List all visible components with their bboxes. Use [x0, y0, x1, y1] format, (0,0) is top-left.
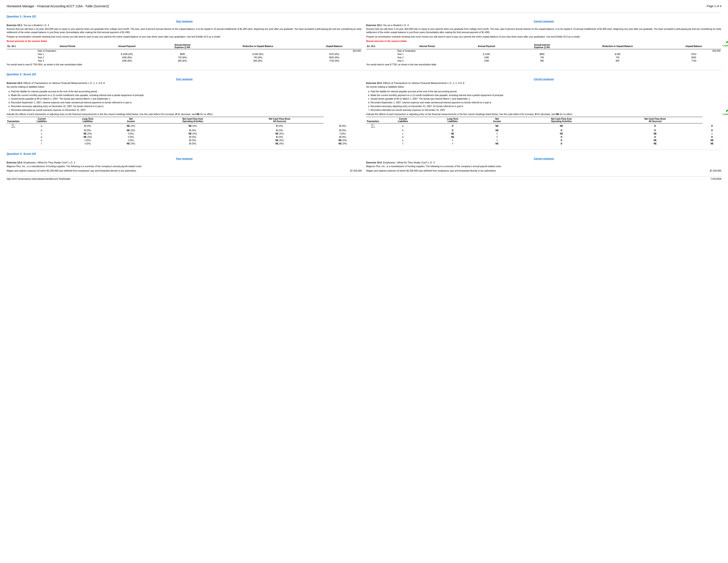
table-row: f. I NE D NE NE: [366, 142, 721, 145]
question-1-heading: Question 1: Score 2/2: [7, 15, 721, 18]
table-row: f. I (3%) NE (3%) D (3%) NE (3%) NE (3%): [7, 142, 362, 145]
wage-value-correct: $7,200,000: [710, 169, 721, 172]
exercise-3-body: Magnum Plus, Inc., is a manufacturer of …: [7, 165, 362, 168]
question-1-your-response: Your response Exercise 10.1: You as a St…: [7, 20, 362, 66]
question-3-section: Question 3: Score 2/2 Your response Exer…: [7, 150, 721, 172]
page-number: Page 1 of 4: [707, 4, 722, 8]
exercise-3-correct-body: Magnum Plus, Inc., is a manufacturer of …: [366, 165, 721, 168]
question-1-columns: Your response Exercise 10.1: You as a St…: [7, 20, 721, 66]
indicate-text-your: Indicate the effects of each transaction…: [7, 113, 362, 116]
table-row: c. NE (3%) I (3%) NE (3%) NE (3%) I (3%): [7, 132, 362, 135]
footer-date: 7/25/2008: [711, 177, 721, 180]
table-row: d. NE (3%) I (3%) D (3%) D (3%) D (3%): [7, 135, 362, 139]
footnote-correct: You would need to save $ 7760, as shown …: [366, 63, 721, 66]
amort-table-correct: Ex. 10.1 Interest Period Annual Payment …: [366, 43, 721, 62]
list-item: Recorded estimated six-month warranty ex…: [371, 108, 721, 112]
footer-url: http://mh7.brownstone.net/modules/viewRe…: [7, 177, 70, 180]
table-row: Year 1 $ 1490 $800 $ 690 9310: [366, 53, 721, 56]
exercise-1-prepare: Prepare an amortization schedule showing…: [7, 35, 362, 38]
correct-badge-q2: ✓ CORRECT: [723, 107, 728, 115]
question-1-section: Question 1: Score 2/2 Your response Exer…: [7, 12, 721, 66]
list-item: Recorded necessary adjusting entry on De…: [11, 105, 362, 108]
question-2-section: Question 2: Score 2/2 Your response Exer…: [7, 70, 721, 145]
exercise-3-label: Exercise 10.4: Employees—What Do They Re…: [7, 161, 362, 164]
trans-table-correct: Transaction CurrentLiabilities Long-Term…: [366, 117, 721, 145]
table-row: Date of Graduation $10,000: [7, 49, 362, 53]
table-row: Year 2 1490 (8%) 745 (8%) 745 (8%) 8565 …: [7, 56, 362, 59]
list-item: Issued bonds payable at 98 on March 1, 2…: [371, 97, 721, 101]
table-row: Year 2 1490 745 745 8565: [366, 56, 721, 59]
question-2-columns: Your response Exercise 10.3: Effects of …: [7, 78, 721, 145]
exercise-1-correct-body: Assume that you will have a 10-year, $10…: [366, 27, 721, 34]
event-list-correct: Paid the liability for interest payable …: [371, 90, 721, 112]
list-item: Issued bonds payable at 98 on March 1, 2…: [11, 97, 362, 101]
checkmark-icon-2: ✓: [723, 107, 728, 113]
exercise-2-correct-intro: Six events relating to liabilities follo…: [366, 85, 721, 88]
exercise-1-label: Exercise 10.1: You as a Student L.O. 4: [7, 24, 362, 26]
table-row: Ex.10.3 a. D (3%) NE (3%) NE (3%) D (3%)…: [7, 123, 362, 129]
footnote-your: You would need to save $ 7760 (8%), as s…: [7, 63, 362, 66]
q3-your-header: Your response: [7, 157, 362, 160]
table-row: Year 3 1490 (8%) 685 (8%) 805 (8%) 7760 …: [7, 59, 362, 62]
list-item: Made the current monthly payment on a 12…: [11, 94, 362, 97]
q2-correct-header: Correct response: [366, 78, 721, 80]
correct-badge-q1: ✓ CORRECT: [723, 39, 728, 47]
page-title: Homework Manager - Financial Accounting …: [7, 4, 109, 8]
exercise-1-body: Assume that you will have a 10-year, $10…: [7, 27, 362, 34]
event-list-your: Paid the liability for interest payable …: [11, 90, 362, 112]
amort-table-your: Ex. 10.1 Interest Period Annual Payment …: [7, 43, 362, 62]
correct-response-header: Correct response: [366, 20, 721, 23]
exercise-2-label: Exercise 10.3: Effects of Transactions o…: [7, 82, 362, 84]
checkmark-icon: ✓: [723, 39, 728, 45]
table-row: Year 1 $ 1490 (8%) $800 $ 690 (8%) 9310 …: [7, 53, 362, 56]
wage-row-correct: Wages and salaries expense (of which $2,…: [366, 169, 721, 172]
round-note-your: Round amounts to the nearest dollar.: [7, 40, 362, 42]
table-row: e. I I D NE NE: [366, 139, 721, 142]
question-2-heading: Question 2: Score 2/2: [7, 73, 721, 76]
exercise-1-correct-prepare: Prepare an amortization schedule showing…: [366, 35, 721, 38]
question-1-correct-response: Correct response Exercise 10.1: You as a…: [366, 20, 721, 66]
your-response-header: Your response: [7, 20, 362, 23]
table-row: Ex.10.3 a. D NE NE D D: [366, 123, 721, 129]
table-row: c. NE I NE NE I: [366, 132, 721, 135]
exercise-2-intro: Six events relating to liabilities follo…: [7, 85, 362, 88]
list-item: Recorded September 1, 2007, interest exp…: [371, 101, 721, 104]
question-3-your-response: Your response Exercise 10.4: Employees—W…: [7, 157, 362, 172]
question-2-your-response: Your response Exercise 10.3: Effects of …: [7, 78, 362, 145]
q2-your-header: Your response: [7, 78, 362, 80]
exercise-3-correct-label: Exercise 10.4: Employees—What Do They Re…: [366, 161, 721, 164]
q3-correct-header: Correct response: [366, 157, 721, 160]
list-item: Paid the liability for interest payable …: [11, 90, 362, 93]
exercise-2-correct-label: Exercise 10.3: Effects of Transactions o…: [366, 82, 721, 84]
table-row: e. I (3%) I (3%) D (3%) NE (3%) NE (3%): [7, 139, 362, 142]
list-item: Recorded estimated six-month warranty ex…: [11, 108, 362, 112]
list-item: Paid the liability for interest payable …: [371, 90, 721, 93]
wage-row-your: Wages and salaries expense (of which $2,…: [7, 169, 362, 172]
page-footer: http://mh7.brownstone.net/modules/viewRe…: [7, 176, 721, 180]
table-row: d. NE I D D D: [366, 135, 721, 139]
page-header: Homework Manager - Financial Accounting …: [7, 4, 721, 8]
table-row: Date of Graduation $10,000: [366, 49, 721, 53]
question-2-correct-response: Correct response Exercise 10.3: Effects …: [366, 78, 721, 145]
wage-label-your: Wages and salaries expense (of which $2,…: [7, 169, 348, 172]
table-row: b. D (3%) NE (3%) D (3%) D (3%) D (3%): [7, 129, 362, 132]
list-item: Recorded necessary adjusting entry on De…: [371, 105, 721, 108]
indicate-text-correct: Indicate the effects of each transaction…: [366, 113, 721, 116]
table-row: Year 3 1490 685 805 7760: [366, 59, 721, 62]
table-row: b. D NE D D D: [366, 129, 721, 132]
trans-table-your: Transaction CurrentLiabilities Long-Term…: [7, 117, 362, 145]
list-item: Recorded September 1, 2007, interest exp…: [11, 101, 362, 104]
list-item: Made the current monthly payment on a 12…: [371, 94, 721, 97]
wage-label-correct: Wages and salaries expense (of which $2,…: [366, 169, 707, 172]
question-3-columns: Your response Exercise 10.4: Employees—W…: [7, 157, 721, 172]
question-3-correct-response: Correct response Exercise 10.4: Employee…: [366, 157, 721, 172]
exercise-1-correct-label: Exercise 10.1: You as a Student L.O. 4: [366, 24, 721, 26]
round-note-correct: Round amounts to the nearest dollar.: [366, 40, 721, 42]
wage-value-your: $7,200,000: [350, 169, 362, 172]
question-3-heading: Question 3: Score 2/2: [7, 152, 721, 155]
